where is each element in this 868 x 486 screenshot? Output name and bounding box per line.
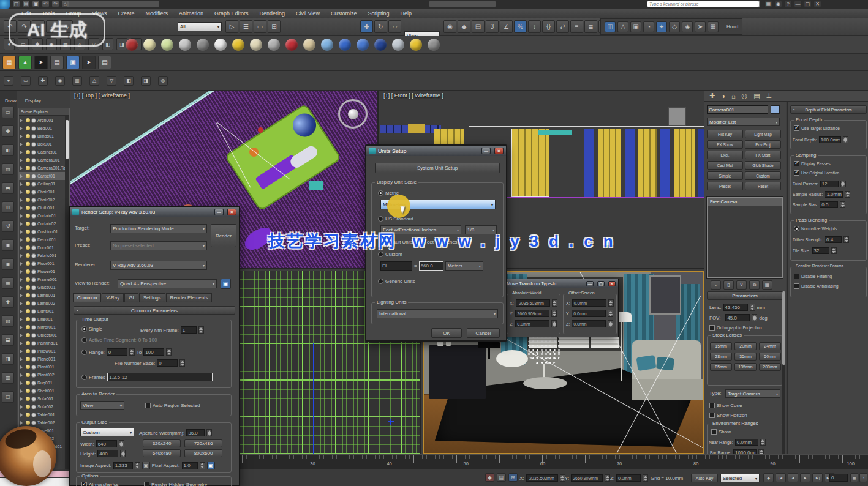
ring-silver-icon[interactable] <box>392 39 404 51</box>
scene-object-row[interactable]: Object001 <box>19 331 65 339</box>
show-end-result-icon[interactable]: ▯ <box>723 280 734 290</box>
visibility-dot-icon[interactable] <box>26 285 30 290</box>
spinner-snap-icon[interactable]: ↕ <box>528 20 541 33</box>
tab-display[interactable]: Display <box>25 98 41 103</box>
scene-object-row[interactable]: Line001 <box>19 315 65 323</box>
menu-item[interactable]: Group <box>61 10 87 17</box>
visibility-dot-icon[interactable] <box>26 277 30 282</box>
show-cone-checkbox[interactable] <box>709 403 715 408</box>
render-setup-minimize-button[interactable]: — <box>214 209 224 215</box>
visibility-dot-icon[interactable] <box>26 230 30 234</box>
tri-down-icon[interactable]: ▽ <box>107 76 116 86</box>
visibility-dot-icon[interactable] <box>26 341 30 345</box>
menu-item[interactable]: Animation <box>173 10 209 17</box>
expand-caret-icon[interactable] <box>20 270 25 274</box>
strokes-gray-icon[interactable] <box>268 39 280 51</box>
floating-toolbar-label[interactable]: Hood <box>726 24 738 29</box>
scene-object-row[interactable]: Door001 <box>19 244 65 252</box>
bar-icon[interactable]: ▭ <box>18 38 29 50</box>
configure-modifier-sets-icon[interactable]: ▦ <box>762 280 772 290</box>
visibility-dot-icon[interactable] <box>26 317 30 321</box>
open-file-icon[interactable]: ▤ <box>22 1 30 7</box>
visibility-dot-icon[interactable] <box>26 293 30 297</box>
pixel-aspect-lock-icon[interactable]: ▣ <box>207 462 215 469</box>
feet-radio[interactable] <box>417 239 422 245</box>
container-icon[interactable]: ◫ <box>605 21 616 32</box>
visibility-dot-icon[interactable] <box>26 245 30 250</box>
scene-object-row[interactable]: Painting01 <box>19 339 65 347</box>
align-icon[interactable]: ≡ <box>570 20 583 33</box>
expand-caret-icon[interactable] <box>20 381 25 385</box>
area-view-dropdown[interactable]: View <box>80 401 124 410</box>
expand-caret-icon[interactable] <box>20 334 25 337</box>
blob-dark-icon[interactable] <box>197 39 209 51</box>
us-standard-radio[interactable] <box>378 216 383 222</box>
visibility-dot-icon[interactable] <box>26 214 30 218</box>
viewport-top-label[interactable]: [+] [ Top ] [ Wireframe ] <box>74 92 130 99</box>
tab-render-elements[interactable]: Render Elements <box>166 293 213 302</box>
arrow2-tool-icon[interactable]: ➤ <box>82 56 96 69</box>
env-show-checkbox[interactable] <box>711 429 717 435</box>
units-minimize-button[interactable]: — <box>481 148 491 154</box>
user-account-icon[interactable]: ◉ <box>774 1 782 7</box>
scene-object-row[interactable]: Cushion01 <box>19 228 65 236</box>
total-passes-spinner[interactable] <box>840 181 846 187</box>
camera-quick-button[interactable]: FX Show <box>707 140 743 149</box>
range-to-spinner[interactable] <box>166 348 172 356</box>
select-and-scale-icon[interactable]: ▱ <box>388 20 401 33</box>
use-target-distance-checkbox[interactable] <box>794 125 799 131</box>
expand-caret-icon[interactable] <box>20 389 25 393</box>
menu-item[interactable]: Graph Editors <box>209 10 254 17</box>
expand-caret-icon[interactable] <box>20 373 25 377</box>
pin-red-icon[interactable] <box>285 39 298 51</box>
helper-icon[interactable]: ✦ <box>656 21 667 32</box>
menu-item[interactable]: Edit <box>16 10 37 17</box>
expand-caret-icon[interactable] <box>20 357 25 361</box>
arrow-tool-icon[interactable]: ➤ <box>34 56 48 69</box>
camera-quick-button[interactable]: Simple <box>707 171 743 180</box>
dither-strength-spinner[interactable] <box>843 236 849 243</box>
display-tab-icon[interactable]: ▤ <box>753 92 760 100</box>
scene-object-row[interactable]: Mirror001 <box>19 323 65 331</box>
plus-strip-icon[interactable]: ✚ <box>2 296 14 308</box>
expand-caret-icon[interactable] <box>20 230 25 234</box>
shade-strip-icon[interactable]: ⬓ <box>2 334 14 346</box>
focal-depth-field[interactable]: 100.0mm <box>819 136 841 143</box>
angle-snap-icon[interactable]: ∠ <box>500 20 513 33</box>
visibility-dot-icon[interactable] <box>26 421 30 425</box>
select-and-move-icon[interactable]: ✚ <box>360 20 373 33</box>
undo-strip-icon[interactable]: ↺ <box>2 220 14 232</box>
outline-strip-icon[interactable]: ▢ <box>2 391 14 403</box>
set-key-icon[interactable]: ◆ <box>763 473 774 482</box>
grid-strip-icon[interactable]: ▤ <box>2 163 14 175</box>
window-crossing-icon[interactable]: ⊞ <box>268 20 281 33</box>
modify-tab-icon[interactable]: ◑ <box>721 92 725 100</box>
half-square-strip-icon[interactable]: ◧ <box>2 144 14 156</box>
plus-icon[interactable]: ✚ <box>38 76 48 86</box>
mesh-icon[interactable]: ▦ <box>60 38 71 50</box>
sphere-cream-icon[interactable] <box>143 39 156 51</box>
expand-caret-icon[interactable] <box>20 151 25 154</box>
explorer-scrollbar-thumb[interactable] <box>66 120 69 159</box>
stock-lens-button[interactable]: 28mm <box>710 353 732 361</box>
stock-lens-button[interactable]: 15mm <box>710 342 732 350</box>
visibility-dot-icon[interactable] <box>26 198 30 202</box>
expand-caret-icon[interactable] <box>20 135 25 138</box>
expand-caret-icon[interactable] <box>20 405 25 409</box>
menu-item[interactable]: Civil View <box>290 10 325 17</box>
point-icon[interactable]: ● <box>4 76 13 86</box>
panel-scrollbar[interactable] <box>782 291 785 463</box>
parameters-rollout[interactable]: -Parameters <box>707 291 783 300</box>
scene-object-row[interactable]: Glass001 <box>19 283 65 291</box>
expand-caret-icon[interactable] <box>20 310 25 313</box>
split-strip-icon[interactable]: ◨ <box>2 353 14 365</box>
tti-minimize-button[interactable]: — <box>586 281 594 286</box>
image-aspect-spinner[interactable] <box>135 462 140 469</box>
gem-icon[interactable]: ◈ <box>682 21 693 32</box>
scene-object-row[interactable]: Blinds01 <box>19 132 65 140</box>
camera-type-dropdown[interactable]: Target Camera <box>725 389 780 398</box>
visibility-dot-icon[interactable] <box>26 206 30 210</box>
total-passes-field[interactable]: 12 <box>820 181 839 187</box>
visibility-dot-icon[interactable] <box>26 325 30 329</box>
maxscript-listener-icon[interactable]: ▦ <box>850 473 858 482</box>
